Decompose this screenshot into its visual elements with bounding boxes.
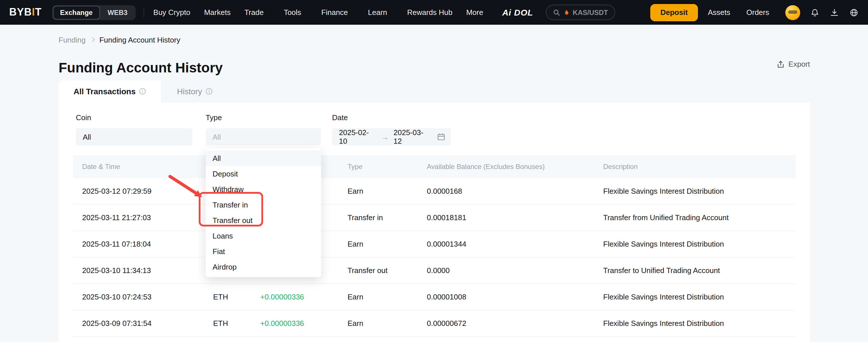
cell-type: Earn [338, 292, 417, 301]
cell-description: Flexible Savings Interest Distribution [594, 292, 796, 301]
type-select[interactable]: All [206, 128, 321, 145]
table-body: 2025-03-12 07:29:59 Earn 0.0000168 Flexi… [59, 178, 810, 337]
table-row: 2025-03-11 21:27:03 Transfer in 0.000181… [73, 205, 796, 231]
nav-buy-crypto[interactable]: Buy Crypto [153, 8, 190, 17]
bybit-logo[interactable]: BYBIT [9, 6, 42, 19]
cell-change: +0.00000336 [251, 319, 338, 327]
table-row: 2025-03-10 07:24:53 ETH +0.00000336 Earn… [73, 284, 796, 310]
tab-history[interactable]: History [161, 81, 228, 102]
search-hot-pair: KAS/USDT [573, 8, 608, 17]
header-date: Date & Time [73, 163, 204, 171]
cell-type: Earn [338, 187, 417, 195]
nav-trade[interactable]: Trade [244, 8, 270, 17]
coin-select[interactable]: All [76, 128, 192, 145]
cell-description: Flexible Savings Interest Distribution [594, 187, 796, 195]
header-type: Type [338, 163, 417, 171]
exchange-web3-toggle: Exchange WEB3 [52, 5, 135, 20]
nav-finance[interactable]: Finance [321, 8, 354, 17]
search-icon [553, 9, 560, 16]
cell-date: 2025-03-09 07:31:54 [73, 319, 204, 327]
export-button[interactable]: Export [777, 60, 810, 68]
nav-rewards-hub[interactable]: Rewards Hub [407, 8, 453, 17]
nav-learn[interactable]: Learn [368, 8, 394, 17]
cell-type: Transfer out [338, 266, 417, 275]
type-dropdown-menu: All Deposit Withdraw Transfer in Transfe… [206, 148, 321, 277]
topbar-divider [144, 8, 144, 17]
chevron-right-icon [90, 37, 95, 42]
breadcrumb-current: Funding Account History [99, 36, 180, 44]
dropdown-option-transfer-out[interactable]: Transfer out [206, 213, 321, 228]
page: BYBIT Exchange WEB3 Buy Crypto Markets T… [0, 0, 868, 342]
cell-change: +0.00000336 [251, 292, 338, 301]
table-row: 2025-03-09 07:31:54 ETH +0.00000336 Earn… [73, 310, 796, 337]
export-icon [777, 60, 785, 68]
cell-coin: ETH [204, 292, 251, 301]
calendar-icon [437, 133, 445, 141]
tab-strip: All Transactions History [59, 81, 810, 102]
nav-more[interactable]: More [466, 8, 490, 17]
info-icon [139, 88, 146, 95]
table-row: 2025-03-12 07:29:59 Earn 0.0000168 Flexi… [73, 178, 796, 205]
header-description: Description [594, 163, 796, 171]
dropdown-option-fiat[interactable]: Fiat [206, 244, 321, 259]
dropdown-option-withdraw[interactable]: Withdraw [206, 182, 321, 197]
info-icon [205, 88, 212, 95]
coin-filter-label: Coin [76, 113, 91, 122]
table-header: Date & Time Type Available Balance (Excl… [73, 155, 796, 178]
cell-balance: 0.0000 [417, 266, 594, 275]
dropdown-option-deposit[interactable]: Deposit [206, 166, 321, 182]
deposit-button[interactable]: Deposit [650, 4, 698, 21]
main-nav: Buy Crypto Markets Trade Tools Finance L… [153, 8, 490, 17]
cell-description: Flexible Savings Interest Distribution [594, 240, 796, 248]
user-avatar[interactable] [785, 5, 800, 20]
type-filter-label: Type [206, 113, 222, 122]
nav-markets[interactable]: Markets [204, 8, 230, 17]
cell-description: Transfer from Unified Trading Account [594, 213, 796, 222]
breadcrumb: Funding Funding Account History [59, 36, 180, 44]
dropdown-option-transfer-in[interactable]: Transfer in [206, 197, 321, 213]
dropdown-option-loans[interactable]: Loans [206, 228, 321, 244]
top-navigation-bar: BYBIT Exchange WEB3 Buy Crypto Markets T… [0, 0, 868, 25]
notifications-bell-icon[interactable] [810, 8, 820, 17]
dropdown-option-airdrop[interactable]: Airdrop [206, 259, 321, 275]
flame-icon [563, 9, 569, 16]
tab-all-transactions[interactable]: All Transactions [59, 81, 161, 102]
cell-type: Transfer in [338, 213, 417, 222]
page-title: Funding Account History [59, 60, 223, 76]
logo-accent: I [32, 6, 35, 18]
toggle-web3[interactable]: WEB3 [100, 5, 135, 19]
cell-type: Earn [338, 240, 417, 248]
search-box[interactable]: KAS/USDT [546, 5, 616, 20]
breadcrumb-funding[interactable]: Funding [59, 36, 86, 44]
cell-balance: 0.00001344 [417, 240, 594, 248]
dropdown-option-all[interactable]: All [206, 151, 321, 166]
logo-text-2: T [35, 6, 42, 18]
nav-tools[interactable]: Tools [284, 8, 308, 17]
cell-description: Transfer to Unified Trading Account [594, 266, 796, 275]
range-arrow: → [381, 133, 389, 141]
cell-type: Earn [338, 319, 417, 327]
history-card: All Transactions History Coin Type Date … [59, 81, 810, 342]
cell-balance: 0.00018181 [417, 213, 594, 222]
orders-menu[interactable]: Orders [746, 8, 776, 17]
toggle-exchange[interactable]: Exchange [53, 5, 100, 19]
cell-description: Flexible Savings Interest Distribution [594, 319, 796, 327]
cell-date: 2025-03-11 07:18:04 [73, 240, 204, 248]
cell-balance: 0.0000168 [417, 187, 594, 195]
cell-balance: 0.00000672 [417, 319, 594, 327]
cell-date: 2025-03-10 07:24:53 [73, 292, 204, 301]
date-range-picker[interactable]: 2025-02-10 → 2025-03-12 [332, 128, 451, 145]
topbar-right: Deposit Assets Orders [650, 4, 859, 21]
cell-coin: ETH [204, 319, 251, 327]
logo-text: BYB [9, 6, 32, 18]
cell-balance: 0.00001008 [417, 292, 594, 301]
cell-date: 2025-03-10 11:34:13 [73, 266, 204, 275]
date-filter-label: Date [332, 113, 348, 122]
aidol-logo[interactable]: Ai DOL [502, 7, 533, 17]
table-row: 2025-03-10 11:34:13 Transfer out 0.0000 … [73, 257, 796, 284]
table-row: 2025-03-11 07:18:04 Earn 0.00001344 Flex… [73, 231, 796, 257]
assets-menu[interactable]: Assets [708, 8, 737, 17]
language-globe-icon[interactable] [849, 8, 859, 17]
download-app-icon[interactable] [830, 8, 839, 17]
cell-date: 2025-03-12 07:29:59 [73, 187, 204, 195]
